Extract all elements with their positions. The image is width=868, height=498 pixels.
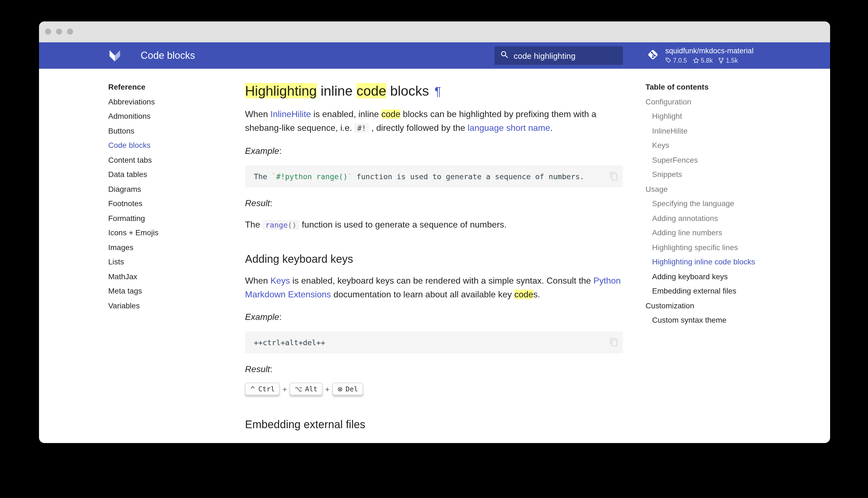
sidebar-item-images[interactable]: Images bbox=[108, 240, 229, 254]
search-highlight: code bbox=[514, 290, 533, 299]
result-label: Result: bbox=[245, 196, 623, 210]
close-window-button[interactable] bbox=[45, 29, 51, 35]
window-titlebar bbox=[39, 22, 830, 42]
repo-forks: 1.5k bbox=[718, 57, 738, 65]
keyboard-key-del: ⊗Del bbox=[333, 383, 363, 395]
sidebar-item-content-tabs[interactable]: Content tabs bbox=[108, 153, 229, 167]
text-segment: () bbox=[288, 220, 297, 229]
toc-item-configuration[interactable]: Configuration bbox=[646, 94, 783, 109]
repo-link[interactable]: squidfunk/mkdocs-material 7.0.5 5.8k bbox=[646, 42, 754, 69]
result-label-2: Result: bbox=[245, 362, 623, 376]
inline-link[interactable]: Keys bbox=[271, 276, 290, 285]
toc-item-adding-line-numbers[interactable]: Adding line numbers bbox=[646, 225, 783, 240]
toc-item-customization[interactable]: Customization bbox=[646, 298, 783, 313]
toc-item-keys[interactable]: Keys bbox=[646, 138, 783, 153]
text-segment: ` bbox=[272, 172, 276, 181]
text-segment: inline bbox=[317, 83, 356, 99]
sidebar-item-buttons[interactable]: Buttons bbox=[108, 123, 229, 138]
inline-link[interactable]: InlineHilite bbox=[271, 109, 311, 119]
copy-icon bbox=[609, 171, 619, 181]
section-heading-keys: Adding keyboard keys bbox=[245, 252, 623, 266]
copy-button[interactable] bbox=[609, 338, 619, 347]
text-segment: , directly followed by the bbox=[369, 123, 467, 132]
sidebar-item-meta-tags[interactable]: Meta tags bbox=[108, 284, 229, 298]
text-segment: When bbox=[245, 276, 271, 285]
page-heading: Highlighting inline code blocks¶ bbox=[245, 82, 623, 101]
keyboard-key-alt: ⌥Alt bbox=[290, 383, 323, 395]
sidebar-item-code-blocks[interactable]: Code blocks bbox=[108, 138, 229, 153]
maximize-window-button[interactable] bbox=[67, 29, 73, 35]
git-icon bbox=[646, 47, 660, 64]
search-input[interactable] bbox=[514, 51, 623, 60]
code-block-inline-highlight: The `#!python range()` function is used … bbox=[245, 166, 623, 187]
copy-icon bbox=[609, 338, 619, 347]
sidebar-item-admonitions[interactable]: Admonitions bbox=[108, 109, 229, 123]
toc-item-highlighting-specific-lines[interactable]: Highlighting specific lines bbox=[646, 240, 783, 254]
fork-icon bbox=[718, 57, 724, 64]
sidebar-item-mathjax[interactable]: MathJax bbox=[108, 269, 229, 284]
sidebar-item-lists[interactable]: Lists bbox=[108, 254, 229, 269]
site-logo-icon[interactable] bbox=[108, 49, 121, 62]
text-segment: documentation to learn about all availab… bbox=[331, 290, 514, 299]
del-key-icon: ⊗ bbox=[337, 385, 343, 393]
text-segment: blocks bbox=[386, 83, 429, 99]
repo-stars: 5.8k bbox=[692, 57, 713, 65]
sidebar-item-footnotes[interactable]: Footnotes bbox=[108, 196, 229, 211]
sidebar-item-icons-emojis[interactable]: Icons + Emojis bbox=[108, 225, 229, 240]
text-segment: s. bbox=[533, 290, 540, 299]
text-segment: function is used to generate a sequence … bbox=[299, 220, 506, 229]
text-segment: is enabled, inline bbox=[311, 109, 381, 119]
toc-item-inlinehilite[interactable]: InlineHilite bbox=[646, 123, 783, 138]
toc-item-adding-annotations[interactable]: Adding annotations bbox=[646, 211, 783, 225]
paragraph-intro: When InlineHilite is enabled, inline cod… bbox=[245, 107, 623, 135]
toc-item-snippets[interactable]: Snippets bbox=[646, 167, 783, 182]
toc-title: Table of contents bbox=[646, 80, 783, 94]
toc-item-specifying-the-language[interactable]: Specifying the language bbox=[646, 196, 783, 211]
toc-item-highlight[interactable]: Highlight bbox=[646, 109, 783, 123]
sidebar-section-title: Reference bbox=[108, 80, 229, 94]
text-segment: function is used to generate a sequence … bbox=[352, 172, 584, 181]
tag-icon bbox=[665, 57, 671, 64]
star-icon bbox=[692, 57, 699, 64]
paragraph-result: The range() function is used to generate… bbox=[245, 218, 623, 232]
inline-code: range() bbox=[262, 220, 299, 230]
toc-item-usage[interactable]: Usage bbox=[646, 182, 783, 196]
copy-button[interactable] bbox=[609, 171, 619, 181]
repo-name: squidfunk/mkdocs-material bbox=[665, 47, 754, 56]
section-heading-embedding: Embedding external files bbox=[245, 417, 623, 432]
sidebar-item-formatting[interactable]: Formatting bbox=[108, 211, 229, 225]
toc-item-highlighting-inline-code-blocks[interactable]: Highlighting inline code blocks bbox=[646, 254, 783, 269]
sidebar-item-diagrams[interactable]: Diagrams bbox=[108, 182, 229, 196]
minimize-window-button[interactable] bbox=[56, 29, 62, 35]
app-header: Code blocks bbox=[39, 42, 830, 69]
text-segment: is enabled, keyboard keys can be rendere… bbox=[290, 276, 594, 285]
sidebar-item-variables[interactable]: Variables bbox=[108, 298, 229, 313]
text-segment: #! bbox=[357, 124, 366, 132]
paragraph-keys: When Keys is enabled, keyboard keys can … bbox=[245, 274, 623, 301]
keyboard-key-ctrl: ^Ctrl bbox=[245, 383, 280, 395]
search-box bbox=[494, 46, 623, 65]
toc-item-embedding-external-files[interactable]: Embedding external files bbox=[646, 284, 783, 298]
keyboard-keys-row: ^Ctrl+⌥Alt+⊗Del bbox=[245, 383, 623, 395]
code-block-keys: ++ctrl+alt+del++ bbox=[245, 331, 623, 353]
table-of-contents: Table of contents ConfigurationHighlight… bbox=[646, 69, 783, 327]
search-highlight: code bbox=[381, 109, 400, 119]
inline-link[interactable]: language short name bbox=[467, 123, 550, 132]
text-segment: range bbox=[265, 220, 288, 229]
example-label: Example: bbox=[245, 144, 623, 158]
toc-item-custom-syntax-theme[interactable]: Custom syntax theme bbox=[646, 313, 783, 327]
search-highlight: code bbox=[356, 83, 386, 99]
toc-item-superfences[interactable]: SuperFences bbox=[646, 153, 783, 167]
sidebar-item-data-tables[interactable]: Data tables bbox=[108, 167, 229, 182]
key-separator: + bbox=[282, 384, 287, 393]
search-highlight: Highlighting bbox=[245, 83, 317, 99]
key-separator: + bbox=[325, 384, 330, 393]
repo-stats: 7.0.5 5.8k 1.5k bbox=[665, 57, 754, 65]
toc-item-adding-keyboard-keys[interactable]: Adding keyboard keys bbox=[646, 269, 783, 284]
inline-code: #! bbox=[355, 123, 369, 133]
heading-anchor-link[interactable]: ¶ bbox=[435, 84, 441, 99]
key-label: Del bbox=[345, 385, 358, 393]
sidebar-item-abbreviations[interactable]: Abbreviations bbox=[108, 94, 229, 109]
text-segment: ++ctrl+alt+del++ bbox=[254, 338, 325, 347]
sidebar-nav: Reference AbbreviationsAdmonitionsButton… bbox=[108, 69, 229, 313]
